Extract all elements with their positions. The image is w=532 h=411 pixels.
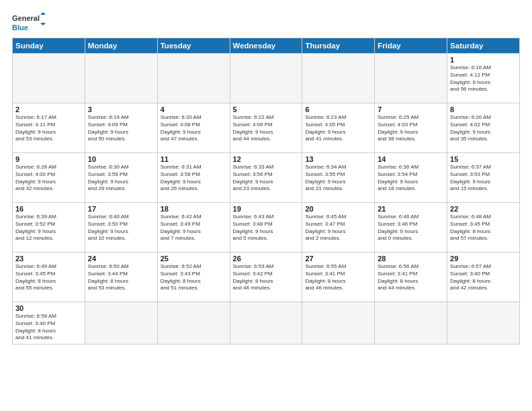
day-info: Sunrise: 6:55 AMSunset: 3:41 PMDaylight:…: [305, 263, 371, 292]
calendar-cell: 18Sunrise: 6:42 AMSunset: 3:49 PMDayligh…: [157, 203, 230, 253]
calendar-cell: [85, 302, 157, 345]
calendar-cell: 26Sunrise: 6:53 AMSunset: 3:42 PMDayligh…: [230, 253, 302, 302]
day-info: Sunrise: 6:19 AMSunset: 4:09 PMDaylight:…: [88, 114, 154, 143]
day-number: 23: [15, 255, 82, 263]
svg-text:General: General: [12, 14, 40, 22]
col-header-wednesday: Wednesday: [230, 38, 302, 54]
day-info: Sunrise: 6:57 AMSunset: 3:40 PMDaylight:…: [450, 263, 517, 292]
day-info: Sunrise: 6:23 AMSunset: 4:05 PMDaylight:…: [305, 114, 371, 143]
day-info: Sunrise: 6:16 AMSunset: 4:12 PMDaylight:…: [450, 64, 517, 93]
day-number: 19: [233, 205, 300, 213]
day-number: 22: [450, 205, 517, 213]
calendar-cell: 14Sunrise: 6:36 AMSunset: 3:54 PMDayligh…: [375, 153, 447, 203]
col-header-sunday: Sunday: [13, 38, 85, 54]
calendar-cell: 12Sunrise: 6:33 AMSunset: 3:56 PMDayligh…: [230, 153, 302, 203]
day-info: Sunrise: 6:40 AMSunset: 3:50 PMDaylight:…: [88, 214, 154, 242]
calendar-cell: 9Sunrise: 6:28 AMSunset: 4:00 PMDaylight…: [13, 153, 85, 203]
day-info: Sunrise: 6:46 AMSunset: 3:46 PMDaylight:…: [378, 214, 444, 242]
calendar-cell: 24Sunrise: 6:50 AMSunset: 3:44 PMDayligh…: [85, 253, 157, 302]
calendar-week-row: 1Sunrise: 6:16 AMSunset: 4:12 PMDaylight…: [13, 54, 520, 103]
day-number: 4: [161, 105, 227, 113]
calendar-cell: 6Sunrise: 6:23 AMSunset: 4:05 PMDaylight…: [302, 103, 375, 153]
calendar-cell: [302, 302, 375, 345]
calendar-week-row: 9Sunrise: 6:28 AMSunset: 4:00 PMDaylight…: [13, 153, 520, 203]
day-number: 12: [233, 155, 300, 163]
day-number: 27: [305, 255, 371, 263]
col-header-saturday: Saturday: [447, 38, 520, 54]
calendar-week-row: 23Sunrise: 6:49 AMSunset: 3:45 PMDayligh…: [13, 253, 520, 302]
day-number: 28: [378, 255, 444, 263]
calendar-cell: 21Sunrise: 6:46 AMSunset: 3:46 PMDayligh…: [375, 203, 447, 253]
day-number: 29: [450, 255, 517, 263]
day-number: 2: [15, 105, 82, 113]
day-number: 13: [305, 155, 371, 163]
calendar-table: SundayMondayTuesdayWednesdayThursdayFrid…: [12, 38, 520, 345]
calendar-cell: [85, 54, 157, 103]
day-number: 25: [161, 255, 227, 263]
header: General Blue: [12, 12, 520, 36]
calendar-cell: 20Sunrise: 6:45 AMSunset: 3:47 PMDayligh…: [302, 203, 375, 253]
day-number: 24: [88, 255, 154, 263]
day-info: Sunrise: 6:53 AMSunset: 3:42 PMDaylight:…: [233, 263, 300, 292]
calendar-cell: 2Sunrise: 6:17 AMSunset: 4:11 PMDaylight…: [13, 103, 85, 153]
day-number: 17: [88, 205, 154, 213]
calendar-cell: 4Sunrise: 6:20 AMSunset: 4:08 PMDaylight…: [157, 103, 230, 153]
day-info: Sunrise: 6:56 AMSunset: 3:41 PMDaylight:…: [378, 263, 444, 292]
calendar-week-row: 16Sunrise: 6:39 AMSunset: 3:52 PMDayligh…: [13, 203, 520, 253]
day-number: 6: [305, 105, 371, 113]
day-info: Sunrise: 6:39 AMSunset: 3:52 PMDaylight:…: [15, 214, 82, 242]
day-number: 11: [161, 155, 227, 163]
day-number: 15: [450, 155, 517, 163]
calendar-cell: 25Sunrise: 6:52 AMSunset: 3:43 PMDayligh…: [157, 253, 230, 302]
day-info: Sunrise: 6:30 AMSunset: 3:59 PMDaylight:…: [88, 164, 154, 193]
day-number: 9: [15, 155, 82, 163]
day-number: 7: [378, 105, 444, 113]
calendar-cell: 27Sunrise: 6:55 AMSunset: 3:41 PMDayligh…: [302, 253, 375, 302]
calendar-cell: [375, 54, 447, 103]
calendar-cell: 19Sunrise: 6:43 AMSunset: 3:48 PMDayligh…: [230, 203, 302, 253]
calendar-cell: 13Sunrise: 6:34 AMSunset: 3:55 PMDayligh…: [302, 153, 375, 203]
day-info: Sunrise: 6:52 AMSunset: 3:43 PMDaylight:…: [161, 263, 227, 292]
col-header-friday: Friday: [375, 38, 447, 54]
col-header-monday: Monday: [85, 38, 157, 54]
day-number: 20: [305, 205, 371, 213]
day-info: Sunrise: 6:33 AMSunset: 3:56 PMDaylight:…: [233, 164, 300, 193]
calendar-cell: 5Sunrise: 6:22 AMSunset: 4:06 PMDaylight…: [230, 103, 302, 153]
day-number: 8: [450, 105, 517, 113]
day-number: 14: [378, 155, 444, 163]
calendar-cell: [302, 54, 375, 103]
calendar-cell: 22Sunrise: 6:48 AMSunset: 3:45 PMDayligh…: [447, 203, 520, 253]
day-number: 10: [88, 155, 154, 163]
calendar-cell: [375, 302, 447, 345]
logo: General Blue: [12, 12, 47, 36]
calendar-cell: 16Sunrise: 6:39 AMSunset: 3:52 PMDayligh…: [13, 203, 85, 253]
day-info: Sunrise: 6:25 AMSunset: 4:03 PMDaylight:…: [378, 114, 444, 143]
calendar-cell: 1Sunrise: 6:16 AMSunset: 4:12 PMDaylight…: [447, 54, 520, 103]
day-number: 3: [88, 105, 154, 113]
calendar-page: General Blue SundayMondayTuesdayWednesda…: [0, 0, 532, 351]
day-number: 16: [15, 205, 82, 213]
day-number: 5: [233, 105, 300, 113]
calendar-week-row: 30Sunrise: 6:58 AMSunset: 3:40 PMDayligh…: [13, 302, 520, 345]
day-info: Sunrise: 6:17 AMSunset: 4:11 PMDaylight:…: [15, 114, 82, 143]
day-info: Sunrise: 6:36 AMSunset: 3:54 PMDaylight:…: [378, 164, 444, 193]
day-info: Sunrise: 6:26 AMSunset: 4:02 PMDaylight:…: [450, 114, 517, 143]
calendar-cell: [230, 302, 302, 345]
day-number: 21: [378, 205, 444, 213]
day-number: 26: [233, 255, 300, 263]
day-info: Sunrise: 6:49 AMSunset: 3:45 PMDaylight:…: [15, 263, 82, 292]
day-info: Sunrise: 6:22 AMSunset: 4:06 PMDaylight:…: [233, 114, 300, 143]
col-header-tuesday: Tuesday: [157, 38, 230, 54]
day-info: Sunrise: 6:42 AMSunset: 3:49 PMDaylight:…: [161, 214, 227, 242]
day-info: Sunrise: 6:20 AMSunset: 4:08 PMDaylight:…: [161, 114, 227, 143]
calendar-cell: 10Sunrise: 6:30 AMSunset: 3:59 PMDayligh…: [85, 153, 157, 203]
col-header-thursday: Thursday: [302, 38, 375, 54]
day-info: Sunrise: 6:58 AMSunset: 3:40 PMDaylight:…: [15, 313, 82, 342]
calendar-cell: 3Sunrise: 6:19 AMSunset: 4:09 PMDaylight…: [85, 103, 157, 153]
calendar-cell: 15Sunrise: 6:37 AMSunset: 3:53 PMDayligh…: [447, 153, 520, 203]
calendar-cell: 7Sunrise: 6:25 AMSunset: 4:03 PMDaylight…: [375, 103, 447, 153]
calendar-cell: [447, 302, 520, 345]
svg-marker-2: [40, 12, 46, 15]
calendar-cell: 23Sunrise: 6:49 AMSunset: 3:45 PMDayligh…: [13, 253, 85, 302]
calendar-cell: 17Sunrise: 6:40 AMSunset: 3:50 PMDayligh…: [85, 203, 157, 253]
